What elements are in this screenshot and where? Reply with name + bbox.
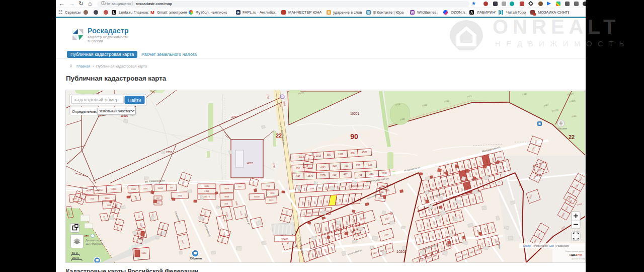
svg-text:834: 834 (348, 185, 351, 189)
svg-text:1999: 1999 (112, 188, 117, 190)
svg-text:753: 753 (344, 165, 348, 167)
svg-text:458: 458 (313, 200, 316, 204)
svg-text:1090: 1090 (141, 252, 146, 254)
svg-text:Leaflet: Leaflet (523, 244, 531, 247)
svg-text:645: 645 (320, 200, 323, 203)
svg-text:928: 928 (368, 164, 372, 166)
svg-text:5641: 5641 (307, 212, 311, 215)
svg-text:750 режим: 750 режим (190, 257, 202, 260)
svg-text:718: 718 (266, 185, 270, 187)
svg-text:10202: 10202 (396, 250, 407, 253)
svg-text:30008: 30008 (254, 195, 260, 198)
svg-text:3080: 3080 (204, 185, 209, 187)
svg-text:968: 968 (301, 201, 304, 205)
svg-text:Таврическая: Таврическая (138, 258, 148, 260)
svg-text:1221: 1221 (269, 199, 274, 201)
svg-text:50 м: 50 м (72, 251, 78, 254)
svg-text:10201: 10201 (350, 112, 359, 115)
svg-text:788: 788 (326, 200, 329, 203)
svg-text:1159: 1159 (270, 192, 275, 194)
svg-text:30895: 30895 (307, 200, 310, 206)
svg-text:90: 90 (350, 132, 358, 141)
svg-text:4111: 4111 (178, 194, 182, 197)
svg-text:969: 969 (341, 185, 345, 188)
svg-text:1626: 1626 (338, 153, 344, 156)
svg-text:487: 487 (344, 173, 348, 176)
svg-text:2081: 2081 (143, 187, 148, 190)
svg-text:22: 22 (569, 134, 575, 140)
svg-text:29135: 29135 (299, 156, 305, 158)
svg-text:807: 807 (107, 204, 111, 207)
svg-text:727: 727 (303, 212, 306, 216)
svg-text:843: 843 (296, 175, 300, 178)
svg-text:НДЕ: НДЕ (570, 253, 576, 256)
svg-text:1494: 1494 (320, 166, 326, 168)
svg-text:550: 550 (327, 154, 331, 156)
svg-text:402: 402 (326, 210, 330, 213)
svg-text:1929: 1929 (86, 189, 91, 192)
svg-text:30488: 30488 (281, 238, 288, 241)
svg-text:102 Рябинушка: 102 Рябинушка (86, 243, 103, 245)
svg-text:757: 757 (170, 186, 174, 189)
svg-text:842: 842 (333, 165, 337, 168)
svg-text:1306: 1306 (131, 188, 136, 190)
svg-text:2757: 2757 (166, 151, 172, 154)
svg-text:2576: 2576 (308, 175, 313, 177)
svg-text:730: 730 (333, 174, 337, 176)
svg-text:845: 845 (339, 199, 341, 202)
svg-text:453: 453 (224, 202, 228, 205)
svg-text:Данные не найдены: Данные не найдены (572, 258, 586, 260)
svg-text:315: 315 (156, 202, 159, 205)
svg-text:1013: 1013 (316, 155, 321, 157)
svg-text:1014: 1014 (158, 187, 163, 189)
svg-text:| Powered by: | Powered by (533, 244, 548, 247)
svg-text:2377: 2377 (369, 173, 375, 175)
svg-text:943: 943 (303, 188, 306, 191)
svg-text:649: 649 (337, 186, 339, 189)
svg-text:791: 791 (318, 186, 321, 189)
svg-text:22: 22 (276, 132, 282, 139)
svg-text:766: 766 (358, 174, 362, 176)
svg-text:Esri: Esri (549, 244, 554, 247)
svg-text:Детский сад №: Детский сад № (86, 239, 102, 242)
svg-text:672: 672 (85, 235, 89, 238)
svg-text:2361: 2361 (204, 190, 209, 192)
svg-text:457: 457 (156, 197, 159, 199)
svg-text:1084: 1084 (309, 187, 314, 189)
svg-text:Часовня: Часовня (558, 127, 567, 130)
svg-text:2757: 2757 (231, 115, 237, 118)
svg-text:30896: 30896 (313, 211, 318, 214)
svg-text:2343: 2343 (358, 184, 363, 187)
svg-text:3959: 3959 (105, 197, 110, 199)
svg-text:836: 836 (351, 152, 355, 155)
svg-text:1636: 1636 (382, 172, 387, 175)
svg-text:705: 705 (238, 185, 242, 188)
svg-text:1934: 1934 (98, 189, 103, 191)
svg-text:Определение:: Определение: (72, 109, 97, 114)
svg-text:656: 656 (296, 167, 300, 170)
svg-text:3869: 3869 (224, 195, 229, 198)
svg-text:200 ft: 200 ft (72, 256, 79, 259)
svg-text:620: 620 (365, 184, 369, 186)
svg-text:кадастровый номер: кадастровый номер (74, 97, 119, 102)
svg-text:213: 213 (91, 197, 95, 200)
svg-text:2343: 2343 (351, 197, 354, 202)
svg-text:Кадастровые дела: Кадастровые дела (566, 250, 584, 252)
svg-text:Найти: Найти (128, 98, 141, 103)
svg-text:29373: 29373 (204, 195, 210, 198)
svg-text:земельный участок: земельный участок (99, 109, 131, 113)
svg-text:3878: 3878 (224, 187, 229, 190)
svg-text:1744: 1744 (576, 253, 583, 256)
svg-text:| Росреестр: | Росреестр (555, 244, 569, 247)
svg-text:30804: 30804 (352, 184, 358, 187)
svg-text:4023: 4023 (247, 162, 253, 165)
svg-text:4583: 4583 (362, 151, 367, 154)
svg-text:449: 449 (345, 198, 348, 202)
svg-text:2259: 2259 (320, 174, 326, 177)
svg-text:104: 104 (98, 201, 101, 203)
svg-text:657: 657 (356, 164, 360, 167)
svg-text:628: 628 (325, 186, 328, 190)
